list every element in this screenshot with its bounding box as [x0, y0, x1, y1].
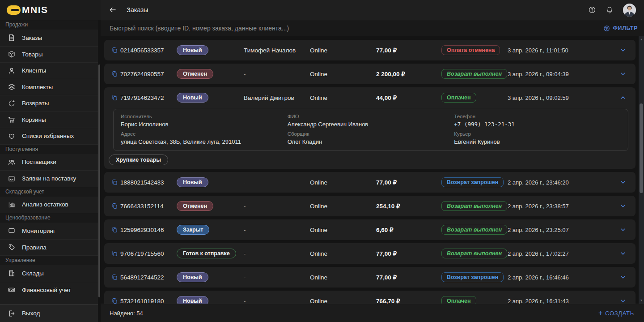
payment-status-badge: Оплачен [441, 296, 476, 304]
back-button[interactable] [109, 6, 117, 14]
sidebar-item-monitoring[interactable]: Мониторинг [0, 223, 101, 239]
sidebar-item-label: Товары [22, 51, 42, 58]
user-avatar[interactable] [623, 4, 636, 17]
order-row-main[interactable]: 0214956533357НовыйТимофей НачаловOnline7… [104, 40, 636, 60]
sidebar-item-label: Финансовый учет [22, 287, 71, 293]
chevron-down-icon[interactable] [615, 70, 631, 77]
copy-icon[interactable] [109, 297, 120, 304]
sidebar-item-rules[interactable]: Правила [0, 239, 101, 256]
order-row-main[interactable]: 1259962930146Закрыт-Online6,60 ₽Возврат … [104, 219, 636, 240]
chevron-down-icon[interactable] [615, 47, 631, 54]
topbar-icons [588, 4, 636, 17]
scroll-down-arrow[interactable]: ▼ [639, 298, 644, 303]
order-row-main[interactable]: 7197914623472НовыйВалерий ДмитровOnline4… [104, 87, 636, 108]
layers-icon [8, 83, 16, 91]
chevron-down-icon[interactable] [615, 226, 631, 233]
topbar: Заказы [101, 0, 644, 20]
order-row[interactable]: 1888021542433Новый-Online77,00 ₽Возврат … [104, 172, 636, 193]
detail-field: СборщикОлег Кладин [288, 131, 454, 145]
copy-icon[interactable] [109, 47, 120, 54]
order-row[interactable]: 7197914623472НовыйВалерий ДмитровOnline4… [104, 87, 636, 169]
scroll-up-arrow[interactable]: ▲ [639, 37, 644, 42]
detail-label: ФИО [288, 114, 454, 120]
order-client: Валерий Дмитров [244, 94, 310, 101]
document-icon [8, 34, 16, 42]
search-input[interactable] [110, 25, 603, 32]
chevron-down-icon[interactable] [615, 250, 631, 257]
order-client: - [244, 250, 310, 257]
order-row[interactable]: 5732161019180Новый-Online766,70 ₽Оплачен… [104, 291, 636, 304]
detail-value: Александр Сергеевич Иванов [288, 121, 454, 128]
sidebar-item-label: Мониторинг [22, 228, 55, 234]
copy-icon[interactable] [109, 70, 120, 77]
order-row[interactable]: 1259962930146Закрыт-Online6,60 ₽Возврат … [104, 219, 636, 240]
order-row-main[interactable]: 7027624090557Отменен-Online2 200,00 ₽Воз… [104, 64, 636, 84]
order-row[interactable]: 7027624090557Отменен-Online2 200,00 ₽Воз… [104, 64, 636, 84]
bell-icon[interactable] [606, 6, 614, 14]
help-icon[interactable] [588, 6, 596, 14]
sidebar-item-supply-requests[interactable]: Заявки на поставку [0, 170, 101, 187]
order-row[interactable]: 7666433152114Отменен-Online254,10 ₽Возвр… [104, 196, 636, 216]
sidebar-item-carts[interactable]: Корзины [0, 112, 101, 128]
sidebar-item-label: Возвраты [22, 100, 49, 107]
sidebar-item-finance[interactable]: Финансовый учет [0, 282, 101, 298]
copy-icon[interactable] [109, 179, 120, 186]
order-row-main[interactable]: 5648912744522Новый-Online77,00 ₽Возврат … [104, 267, 636, 288]
sidebar-item-warehouses[interactable]: Склады [0, 265, 101, 282]
order-channel: Online [310, 227, 376, 233]
detail-value: Евгений Куринов [454, 138, 621, 145]
chevron-down-icon[interactable] [615, 202, 631, 210]
filter-button[interactable]: ФИЛЬТР [603, 25, 638, 32]
sidebar-item-kits[interactable]: Комплекты [0, 79, 101, 95]
order-client: - [244, 179, 310, 186]
detail-label: Телефон [454, 114, 621, 120]
copy-icon[interactable] [109, 226, 120, 233]
sidebar-item-products[interactable]: Товары [0, 46, 101, 63]
copy-icon[interactable] [109, 250, 120, 257]
copy-icon[interactable] [109, 274, 120, 281]
copy-icon[interactable] [109, 202, 120, 210]
sidebar-item-favorites[interactable]: Списки избранных [0, 128, 101, 144]
main-scrollbar-thumb[interactable] [640, 103, 643, 193]
chevron-down-icon[interactable] [615, 179, 631, 186]
order-channel: Online [310, 94, 376, 101]
order-channel: Online [310, 47, 376, 54]
payment-status-badge: Оплата отменена [441, 45, 500, 55]
chevron-down-icon[interactable] [615, 274, 631, 281]
order-client: Тимофей Началов [244, 47, 310, 54]
main-scrollbar[interactable]: ▲ ▼ [639, 36, 644, 304]
chevron-down-icon[interactable] [615, 297, 631, 304]
refresh-icon [8, 99, 16, 107]
order-client: - [244, 298, 310, 304]
order-channel: Online [310, 179, 376, 186]
order-row[interactable]: 5648912744522Новый-Online77,00 ₽Возврат … [104, 267, 636, 288]
chevron-up-icon[interactable] [615, 94, 631, 101]
order-id: 9706719715560 [120, 250, 177, 257]
sidebar-item-stock-analysis[interactable]: Анализ остатков [0, 197, 101, 213]
detail-field: КурьерЕвгений Куринов [454, 131, 621, 145]
order-amount: 6,60 ₽ [376, 226, 441, 233]
order-row-main[interactable]: 5732161019180Новый-Online766,70 ₽Оплачен… [104, 291, 636, 304]
order-id: 5648912744522 [120, 274, 177, 281]
sidebar-item-logout[interactable]: Выход [0, 304, 101, 322]
order-row-main[interactable]: 1888021542433Новый-Online77,00 ₽Возврат … [104, 172, 636, 193]
order-row-main[interactable]: 7666433152114Отменен-Online254,10 ₽Возвр… [104, 196, 636, 216]
order-row[interactable]: 9706719715560Готов к отправке-Online77,0… [104, 243, 636, 264]
sidebar-item-suppliers[interactable]: Поставщики [0, 154, 101, 171]
create-button[interactable]: + СОЗДАТЬ [598, 309, 634, 317]
order-id: 7197914623472 [120, 94, 177, 101]
detail-value: Олег Кладин [288, 138, 454, 145]
payment-status-badge: Возврат запрошен [441, 272, 504, 282]
inbox-icon [8, 175, 16, 183]
order-row-main[interactable]: 9706719715560Готов к отправке-Online77,0… [104, 243, 636, 264]
copy-icon[interactable] [109, 94, 120, 101]
filter-icon [603, 25, 610, 32]
sidebar-scrollbar-thumb[interactable] [98, 64, 100, 297]
sidebar-item-orders[interactable]: Заказы [0, 30, 101, 46]
sidebar-item-clients[interactable]: Клиенты [0, 62, 101, 79]
sidebar-item-returns[interactable]: Возвраты [0, 95, 101, 112]
sidebar-section-label: Ценообразование [0, 213, 101, 223]
order-row[interactable]: 0214956533357НовыйТимофей НачаловOnline7… [104, 40, 636, 60]
order-date: 3 апр. 2026 г., 11:01:50 [508, 47, 615, 54]
detail-field: ИсполнительБорис Исполинов [121, 114, 288, 128]
